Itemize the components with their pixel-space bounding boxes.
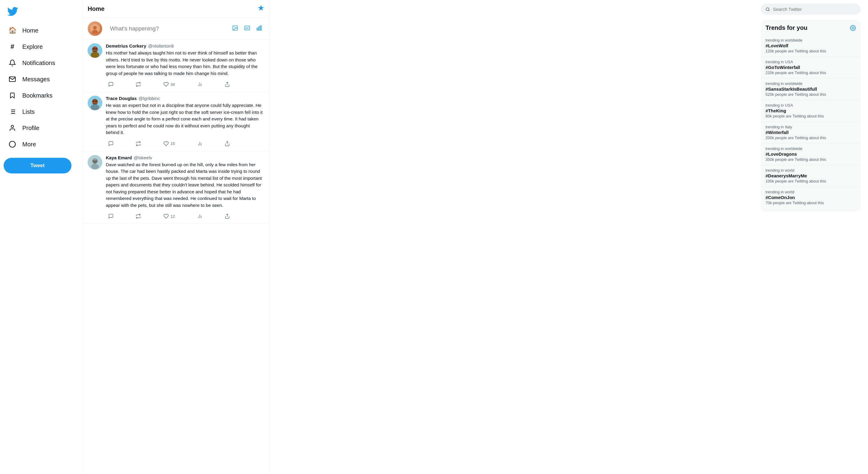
add-image-button[interactable]	[230, 23, 241, 35]
svg-point-45	[95, 161, 96, 162]
tweet-text: He was an expert but not in a discipline…	[106, 102, 265, 136]
share-button[interactable]	[222, 212, 232, 220]
like-count: 15	[170, 141, 175, 146]
svg-point-12	[93, 26, 97, 30]
nav-item-lists[interactable]: Lists	[4, 104, 79, 119]
trends-settings-icon[interactable]	[850, 25, 856, 31]
search-input[interactable]	[773, 7, 856, 12]
trends-header: Trends for you	[761, 23, 861, 35]
trend-hashtag: #LoveWolf	[766, 43, 856, 48]
twitter-logo[interactable]	[4, 2, 79, 22]
svg-point-6	[11, 125, 13, 128]
reply-button[interactable]	[106, 80, 116, 88]
trend-count: 120k people are Twitting about this	[766, 49, 856, 53]
tweet-author-handle: @nloiterton8	[148, 43, 174, 48]
right-sidebar: Trends for you trending in worldwide #Lo…	[753, 0, 868, 474]
mail-icon	[8, 75, 16, 83]
svg-rect-18	[257, 28, 258, 30]
nav-item-notifications[interactable]: Notifications	[4, 56, 79, 70]
tweet-author-name: Demetrius Corkery	[106, 43, 146, 48]
trend-category: trending in USA	[766, 103, 856, 107]
retweet-button[interactable]	[133, 212, 144, 220]
trend-item[interactable]: trending in worldwide #LoveWolf 120k peo…	[761, 35, 861, 57]
share-button[interactable]	[222, 140, 232, 147]
analytics-button[interactable]	[195, 212, 205, 220]
tweet-card: Kaya Emard @lskeelv Dave watched as the …	[83, 151, 270, 224]
svg-point-26	[91, 52, 99, 58]
nav-item-explore[interactable]: # Explore	[4, 39, 79, 54]
trend-item[interactable]: trending in worldwide #SansaStarkIsBeaut…	[761, 78, 861, 100]
add-gif-button[interactable]: GIF	[242, 23, 253, 35]
svg-point-44	[93, 161, 95, 162]
analytics-button[interactable]	[195, 140, 205, 147]
trend-item[interactable]: trending in Italy #Winterfall 200k peopl…	[761, 122, 861, 143]
trend-hashtag: #ComeOnJon	[766, 195, 856, 200]
nav-item-messages[interactable]: Messages	[4, 72, 79, 87]
analytics-button[interactable]	[195, 80, 205, 88]
trend-hashtag: #SansaStarkIsBeautifull	[766, 87, 856, 92]
svg-rect-20	[260, 26, 261, 30]
trend-item[interactable]: trending in world #ComeOnJon 70k people …	[761, 187, 861, 208]
list-icon	[8, 108, 16, 116]
svg-point-47	[91, 164, 99, 169]
nav-item-home[interactable]: 🏠 Home	[4, 23, 79, 38]
left-sidebar: 🏠 Home # Explore Notifications	[0, 0, 83, 474]
tweet-button[interactable]: Tweet	[4, 158, 71, 173]
retweet-button[interactable]	[133, 140, 144, 147]
nav-label-bookmarks: Bookmarks	[22, 92, 53, 99]
trend-item[interactable]: trending in worldwide #LoveDragons 350k …	[761, 143, 861, 165]
like-button[interactable]: 34	[161, 80, 177, 88]
svg-point-24	[95, 48, 97, 50]
search-bar[interactable]	[761, 4, 861, 15]
compose-input[interactable]	[106, 22, 226, 35]
sparkle-icon[interactable]	[257, 4, 265, 13]
svg-rect-19	[258, 27, 259, 30]
svg-line-53	[769, 10, 770, 11]
like-button[interactable]: 12	[161, 212, 177, 220]
trend-category: trending in world	[766, 168, 856, 173]
trend-count: 220k people are Twitting about this	[766, 70, 856, 75]
add-poll-button[interactable]	[254, 23, 265, 35]
trend-category: trending in USA	[766, 60, 856, 64]
nav-label-more: More	[22, 141, 36, 148]
tweet-header: Trace Douglas @lgribbinc	[106, 96, 265, 101]
share-button[interactable]	[222, 80, 232, 88]
like-button[interactable]: 15	[161, 140, 177, 147]
twitter-bird-icon	[7, 6, 18, 17]
trend-item[interactable]: trending in USA #TheKing 80k people are …	[761, 100, 861, 122]
tweet-body: Demetrius Corkery @nloiterton8 His mothe…	[106, 43, 265, 88]
svg-text:GIF: GIF	[245, 27, 249, 29]
trend-hashtag: #LoveDragons	[766, 151, 856, 157]
tweet-card: Demetrius Corkery @nloiterton8 His mothe…	[83, 40, 270, 92]
svg-point-54	[852, 27, 854, 29]
tweet-avatar	[88, 155, 102, 170]
tweet-author-handle: @lgribbinc	[138, 96, 160, 101]
nav-label-home: Home	[22, 27, 38, 34]
reply-button[interactable]	[106, 140, 116, 147]
tweet-card: Trace Douglas @lgribbinc He was an exper…	[83, 92, 270, 151]
tweet-header: Kaya Emard @lskeelv	[106, 155, 265, 160]
retweet-button[interactable]	[133, 80, 144, 88]
tweet-author-name: Kaya Emard	[106, 155, 132, 160]
tweet-actions: 34	[106, 80, 232, 88]
trend-count: 70k people are Twitting about this	[766, 201, 856, 205]
trend-hashtag: #Winterfall	[766, 130, 856, 135]
trend-count: 200k people are Twitting about this	[766, 136, 856, 140]
tweet-body: Kaya Emard @lskeelv Dave watched as the …	[106, 155, 265, 221]
svg-point-33	[93, 100, 95, 102]
nav-item-profile[interactable]: Profile	[4, 121, 79, 136]
nav-item-bookmarks[interactable]: Bookmarks	[4, 88, 79, 103]
tweet-avatar-svg-1	[88, 43, 102, 58]
trend-item[interactable]: trending in world #DeanerysMarryMe 100k …	[761, 165, 861, 187]
trend-item[interactable]: trending in USA #GoToWinterfall 220k peo…	[761, 57, 861, 78]
trend-category: trending in Italy	[766, 125, 856, 129]
reply-button[interactable]	[106, 212, 116, 220]
nav-label-messages: Messages	[22, 76, 50, 83]
trend-category: trending in world	[766, 190, 856, 194]
trends-title: Trends for you	[766, 24, 807, 31]
home-icon: 🏠	[8, 27, 16, 34]
trends-box: Trends for you trending in worldwide #Lo…	[761, 20, 861, 212]
svg-point-34	[95, 100, 97, 102]
trend-hashtag: #TheKing	[766, 108, 856, 113]
nav-item-more[interactable]: More	[4, 137, 79, 152]
